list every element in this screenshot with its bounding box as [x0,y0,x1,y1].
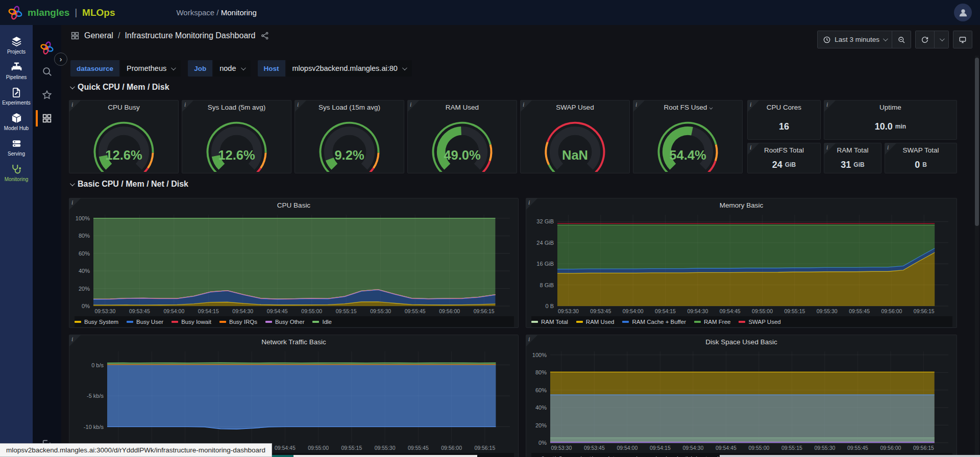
panel-title[interactable]: Memory Basic [526,198,957,212]
legend-label: Busy User [136,319,163,325]
legend-item[interactable]: Busy System [75,319,118,325]
svg-text:0 B: 0 B [545,303,554,309]
dashboard-folder[interactable]: General [84,31,113,40]
svg-text:12.6%: 12.6% [105,148,142,162]
info-icon[interactable]: i [528,199,530,207]
variable-value-dropdown[interactable]: mlopsv2backend.mlangles.ai:80 [286,60,412,77]
panel-title[interactable]: Network Traffic Basic [69,335,518,348]
breadcrumb-prefix[interactable]: Workspace / [176,8,218,17]
refresh-icon [921,36,929,44]
svg-text:NaN: NaN [562,148,588,162]
chevron-down-icon [70,181,75,186]
info-icon[interactable]: i [410,101,411,109]
time-range-picker[interactable]: Last 3 minutes [818,31,892,48]
legend-label: Busy Iowait [181,319,211,325]
grafana-rail-star[interactable] [33,83,61,107]
legend-item[interactable]: Busy Iowait [172,319,211,325]
legend-item[interactable]: SWAP Used [739,319,780,325]
disk-space-chart[interactable]: 0%20%40%60%80%100%09:53:3009:53:4509:54:… [529,348,953,452]
panel-title[interactable]: CPU Basic [69,198,518,212]
svg-text:09:55:30: 09:55:30 [370,308,391,314]
legend-item[interactable]: Busy Other [265,319,305,325]
sidebar-item-model-hub[interactable]: Model Hub [0,109,33,134]
refresh-button[interactable] [916,31,934,48]
panel-title[interactable]: Uptime [824,100,957,114]
network-traffic-chart[interactable]: 0 b/s-5 kb/s-10 kb/s09:53:3009:53:4509:5… [72,348,515,452]
user-avatar[interactable] [954,4,972,21]
memory-basic-chart[interactable]: 0 B8 GiB16 GiB24 GiB32 GiB09:53:3009:53:… [529,212,953,315]
sidebar-item-pipelines[interactable]: Pipelines [0,58,33,83]
stat-panel-rootfs-total: iRootFS Total24GiB [747,143,821,173]
sidebar-item-projects[interactable]: Projects [0,32,33,58]
info-icon[interactable]: i [523,101,524,109]
legend-item[interactable]: /mnt/user-data [570,455,618,457]
info-icon[interactable]: i [887,144,889,151]
panel-title[interactable]: CPU Busy [69,100,178,114]
legend-item[interactable]: Busy IRQs [219,319,257,325]
panel-title[interactable]: SWAP Used [521,100,629,114]
variable-selected-value: Prometheus [127,64,166,72]
legend-item[interactable]: RAM Used [576,319,615,325]
chevron-down-icon [709,106,713,110]
legend-label: /mnt/user-data [580,455,618,457]
svg-text:09:56:00: 09:56:00 [439,308,460,314]
sidebar-expand-button[interactable]: › [54,53,67,66]
scrollbar-thumb[interactable] [975,58,979,226]
legend-item[interactable]: /boot/efi [531,455,562,457]
info-icon[interactable]: i [826,144,828,151]
legend-item[interactable]: / [626,455,637,457]
panel-title[interactable]: RAM Used [408,100,517,114]
svg-text:0%: 0% [538,440,547,446]
panel-title[interactable]: Sys Load (5m avg) [182,100,291,114]
variable-host: Hostmlopsv2backend.mlangles.ai:80 [258,60,412,77]
panel-title[interactable]: Sys Load (15m avg) [295,100,404,114]
info-icon[interactable]: i [528,336,530,343]
panel-title[interactable]: Disk Space Used Basic [526,335,957,348]
dashboard-canvas: General / Infrastructure Monitoring Dash… [61,25,980,457]
sidebar-item-monitoring[interactable]: Monitoring [0,160,33,185]
svg-text:09:54:15: 09:54:15 [655,308,676,314]
refresh-interval-dropdown[interactable] [934,31,948,48]
legend-item[interactable]: Idle [312,319,332,325]
panel-title-text: RAM Used [446,104,479,111]
legend-swatch [127,321,133,323]
sidebar-item-serving[interactable]: Serving [0,134,33,160]
legend-item[interactable]: RAM Total [531,319,568,325]
info-icon[interactable]: i [826,101,828,109]
legend-item[interactable]: Busy User [127,319,163,325]
info-icon[interactable]: i [184,101,186,109]
info-icon[interactable]: i [297,101,299,109]
variable-value-dropdown[interactable]: node [213,60,250,77]
svg-text:09:55:30: 09:55:30 [817,308,838,314]
stat-value-unit: GiB [853,161,864,168]
cpu-basic-chart[interactable]: 0%20%40%60%80%100%09:53:3009:53:4509:54:… [72,212,515,315]
info-icon[interactable]: i [71,101,73,109]
zoom-out-time-button[interactable] [892,31,911,48]
variable-value-dropdown[interactable]: Prometheus [120,60,181,77]
share-dashboard-button[interactable] [260,31,270,40]
svg-text:60%: 60% [535,387,547,393]
info-icon[interactable]: i [750,101,751,109]
grafana-rail-dashboards-grid[interactable] [33,107,61,130]
info-icon[interactable]: i [635,101,637,109]
section-header-basic[interactable]: Basic CPU / Mem / Net / Disk [70,180,188,189]
svg-text:09:54:00: 09:54:00 [623,308,644,314]
panel-title[interactable]: Root FS Used [633,100,742,114]
dashboard-title[interactable]: Infrastructure Monitoring Dashboard [125,31,255,40]
svg-text:09:54:00: 09:54:00 [163,308,184,314]
section-header-quick[interactable]: Quick CPU / Mem / Disk [70,83,169,92]
info-icon[interactable]: i [750,144,751,151]
monitoring-stethoscope-icon [11,163,22,175]
gauge-visualization: NaN [521,113,629,172]
legend-item[interactable]: RAM Cache + Buffer [622,319,686,325]
sidebar-item-experiments[interactable]: Experiments [0,83,33,109]
panel-disk-space-basic: i Disk Space Used Basic 0%20%40%60%80%10… [526,335,957,457]
brand[interactable]: mlangles | MLOps [0,5,115,21]
svg-text:40%: 40% [535,404,547,411]
legend-item[interactable]: RAM Free [694,319,730,325]
legend-swatch [312,321,319,323]
legend-swatch [531,321,538,323]
info-icon[interactable]: i [71,336,73,343]
info-icon[interactable]: i [71,199,73,207]
kiosk-mode-button[interactable] [953,31,972,48]
